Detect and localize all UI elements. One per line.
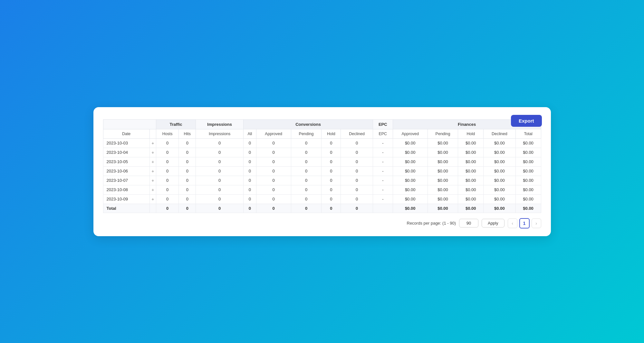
hosts-cell: 0	[156, 185, 179, 194]
hold-conv-cell: 0	[322, 138, 341, 148]
epc-cell: -	[373, 138, 393, 148]
hits-cell: 0	[179, 166, 196, 176]
main-card: Export Traffic Impressions Conversions E…	[93, 107, 551, 236]
hosts-cell: 0	[156, 166, 179, 176]
pending-conv-cell: 0	[291, 157, 322, 166]
hosts-cell: 0	[156, 157, 179, 166]
col-approved-conv: Approved	[256, 129, 291, 138]
declined-fin-cell: $0.00	[484, 176, 516, 185]
col-expand	[149, 129, 156, 138]
total-fin-cell: $0.00	[515, 166, 541, 176]
col-declined-conv: Declined	[341, 129, 373, 138]
pagination: ‹ 1 ›	[508, 218, 541, 228]
epc-cell: -	[373, 148, 393, 157]
pending-fin-cell: $0.00	[428, 166, 458, 176]
data-table: Traffic Impressions Conversions EPC Fina…	[103, 119, 541, 213]
apply-button[interactable]: Apply	[482, 219, 505, 227]
next-page-button[interactable]: ›	[532, 218, 541, 228]
impressions-group-header: Impressions	[196, 119, 244, 129]
export-button[interactable]: Export	[511, 115, 542, 127]
conversions-group-header: Conversions	[244, 119, 373, 129]
hits-cell: 0	[179, 157, 196, 166]
total-fin-cell: $0.00	[515, 157, 541, 166]
table-row: 2023-10-08 + 0 0 0 0 0 0 0 0 - $0.00 $0.…	[103, 185, 541, 194]
total-impressions: 0	[196, 204, 244, 213]
expand-cell[interactable]: +	[149, 185, 156, 194]
epc-cell: -	[373, 194, 393, 204]
hold-fin-cell: $0.00	[458, 176, 484, 185]
approved-conv-cell: 0	[256, 176, 291, 185]
hits-cell: 0	[179, 148, 196, 157]
hosts-cell: 0	[156, 138, 179, 148]
date-cell: 2023-10-08	[103, 185, 149, 194]
approved-conv-cell: 0	[256, 148, 291, 157]
epc-cell: -	[373, 176, 393, 185]
col-header-row: Date Hosts Hits Impressions All Approved…	[103, 129, 541, 138]
hosts-cell: 0	[156, 148, 179, 157]
all-cell: 0	[244, 176, 256, 185]
total-declined-fin: $0.00	[484, 204, 516, 213]
traffic-group-header: Traffic	[156, 119, 196, 129]
expand-cell[interactable]: +	[149, 148, 156, 157]
epc-cell: -	[373, 157, 393, 166]
total-fin-cell: $0.00	[515, 138, 541, 148]
col-total-fin: Total	[515, 129, 541, 138]
total-hold-fin: $0.00	[458, 204, 484, 213]
expand-cell[interactable]: +	[149, 194, 156, 204]
total-pending-conv: 0	[291, 204, 322, 213]
hold-fin-cell: $0.00	[458, 157, 484, 166]
total-fin-cell: $0.00	[515, 176, 541, 185]
group-header-row: Traffic Impressions Conversions EPC Fina…	[103, 119, 541, 129]
impressions-cell: 0	[196, 138, 244, 148]
pending-fin-cell: $0.00	[428, 176, 458, 185]
total-fin-cell: $0.00	[515, 194, 541, 204]
date-cell: 2023-10-07	[103, 176, 149, 185]
table-row: 2023-10-03 + 0 0 0 0 0 0 0 0 - $0.00 $0.…	[103, 138, 541, 148]
expand-cell[interactable]: +	[149, 157, 156, 166]
total-epc	[373, 204, 393, 213]
col-hold-fin: Hold	[458, 129, 484, 138]
declined-conv-cell: 0	[341, 194, 373, 204]
date-cell: 2023-10-06	[103, 166, 149, 176]
approved-fin-cell: $0.00	[393, 185, 428, 194]
date-cell: 2023-10-09	[103, 194, 149, 204]
declined-fin-cell: $0.00	[484, 138, 516, 148]
declined-conv-cell: 0	[341, 148, 373, 157]
declined-fin-cell: $0.00	[484, 194, 516, 204]
total-all: 0	[244, 204, 256, 213]
page-1-button[interactable]: 1	[519, 218, 530, 228]
approved-conv-cell: 0	[256, 138, 291, 148]
hits-cell: 0	[179, 176, 196, 185]
table-row: 2023-10-09 + 0 0 0 0 0 0 0 0 - $0.00 $0.…	[103, 194, 541, 204]
all-cell: 0	[244, 138, 256, 148]
hold-conv-cell: 0	[322, 185, 341, 194]
declined-conv-cell: 0	[341, 166, 373, 176]
epc-cell: -	[373, 185, 393, 194]
hold-fin-cell: $0.00	[458, 166, 484, 176]
total-pending-fin: $0.00	[428, 204, 458, 213]
impressions-cell: 0	[196, 148, 244, 157]
impressions-cell: 0	[196, 157, 244, 166]
declined-conv-cell: 0	[341, 138, 373, 148]
total-approved-fin: $0.00	[393, 204, 428, 213]
expand-cell[interactable]: +	[149, 176, 156, 185]
col-impressions: Impressions	[196, 129, 244, 138]
declined-fin-cell: $0.00	[484, 185, 516, 194]
pending-fin-cell: $0.00	[428, 185, 458, 194]
hosts-cell: 0	[156, 176, 179, 185]
pending-fin-cell: $0.00	[428, 157, 458, 166]
pending-conv-cell: 0	[291, 176, 322, 185]
table-row: 2023-10-07 + 0 0 0 0 0 0 0 0 - $0.00 $0.…	[103, 176, 541, 185]
pending-conv-cell: 0	[291, 185, 322, 194]
col-declined-fin: Declined	[484, 129, 516, 138]
impressions-cell: 0	[196, 166, 244, 176]
total-row: Total 0 0 0 0 0 0 0 0 $0.00 $0.00 $0.00 …	[103, 204, 541, 213]
total-expand	[149, 204, 156, 213]
expand-cell[interactable]: +	[149, 166, 156, 176]
records-per-page-input[interactable]	[459, 219, 478, 227]
expand-cell[interactable]: +	[149, 138, 156, 148]
prev-page-button[interactable]: ‹	[508, 218, 517, 228]
total-hosts: 0	[156, 204, 179, 213]
approved-fin-cell: $0.00	[393, 138, 428, 148]
hold-conv-cell: 0	[322, 176, 341, 185]
